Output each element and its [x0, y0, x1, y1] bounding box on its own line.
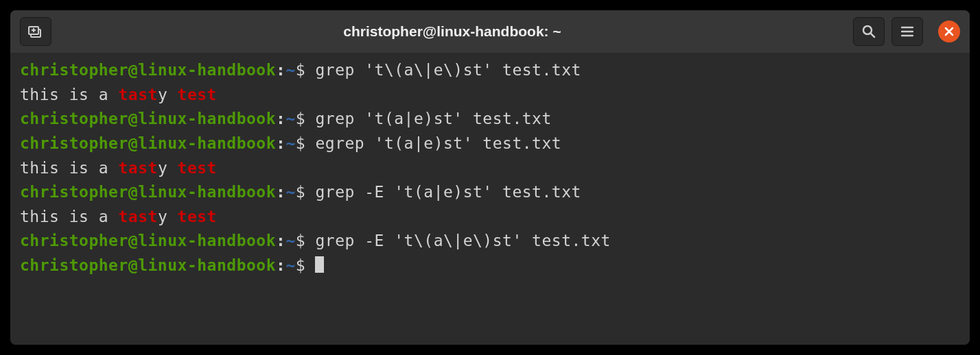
- command-text: grep 't\(a\|e\)st' test.txt: [315, 61, 581, 79]
- grep-match: test: [178, 208, 217, 225]
- prompt-line: christopher@linux-handbook:~$ grep -E 't…: [20, 180, 960, 205]
- path: ~: [285, 61, 295, 79]
- colon: :: [276, 183, 285, 201]
- new-tab-button[interactable]: [20, 17, 51, 46]
- grep-match: test: [178, 159, 217, 177]
- grep-match: tast: [118, 208, 157, 225]
- colon: :: [276, 61, 285, 79]
- dollar: $: [296, 110, 305, 127]
- output-prefix: this is a: [20, 208, 118, 225]
- command-text: grep -E 't(a|e)st' test.txt: [315, 183, 581, 201]
- output-line: this is a tasty test: [20, 205, 960, 230]
- path: ~: [285, 134, 295, 152]
- user-host: christopher@linux-handbook: [20, 232, 276, 249]
- grep-match: test: [178, 86, 217, 103]
- prompt-line: christopher@linux-handbook:~$ grep -E 't…: [20, 229, 960, 254]
- path: ~: [285, 183, 295, 201]
- path: ~: [285, 256, 295, 274]
- dollar: $: [296, 183, 305, 201]
- colon: :: [276, 232, 285, 249]
- command-text: grep -E 't\(a\|e\)st' test.txt: [315, 232, 610, 249]
- grep-match: tast: [118, 159, 157, 177]
- colon: :: [276, 256, 285, 274]
- titlebar: christopher@linux-handbook: ~: [10, 10, 970, 53]
- user-host: christopher@linux-handbook: [20, 183, 276, 201]
- window-title: christopher@linux-handbook: ~: [60, 23, 845, 40]
- dollar: $: [296, 232, 305, 249]
- terminal-window: christopher@linux-handbook: ~: [10, 10, 970, 345]
- user-host: christopher@linux-handbook: [20, 256, 276, 274]
- svg-line-5: [871, 34, 874, 37]
- prompt-line: christopher@linux-handbook:~$ egrep 't(a…: [20, 132, 960, 156]
- grep-match: tast: [118, 86, 157, 103]
- output-prefix: this is a: [20, 159, 118, 177]
- colon: :: [276, 134, 285, 152]
- user-host: christopher@linux-handbook: [20, 134, 276, 152]
- prompt-line: christopher@linux-handbook:~$: [20, 254, 960, 278]
- terminal-body[interactable]: christopher@linux-handbook:~$ grep 't\(a…: [10, 53, 970, 345]
- menu-button[interactable]: [891, 17, 923, 46]
- output-prefix: this is a: [20, 86, 118, 103]
- prompt-line: christopher@linux-handbook:~$ grep 't(a|…: [20, 107, 960, 132]
- search-button[interactable]: [853, 17, 885, 46]
- command: [305, 61, 315, 79]
- output-line: this is a tasty test: [20, 156, 960, 181]
- output-mid: y: [158, 159, 178, 177]
- toolbar-right: [853, 17, 960, 46]
- new-tab-icon: [28, 25, 43, 38]
- close-button[interactable]: [938, 21, 960, 42]
- command-text: grep 't(a|e)st' test.txt: [315, 110, 551, 127]
- hamburger-icon: [901, 26, 913, 37]
- colon: :: [276, 110, 285, 127]
- search-icon: [862, 25, 876, 38]
- cursor: [315, 256, 324, 273]
- dollar: $: [296, 61, 305, 79]
- output-line: this is a tasty test: [20, 83, 960, 108]
- path: ~: [285, 110, 295, 127]
- close-icon: [944, 27, 954, 36]
- dollar: $: [296, 256, 305, 274]
- prompt-line: christopher@linux-handbook:~$ grep 't\(a…: [20, 58, 960, 83]
- command-text: egrep 't(a|e)st' test.txt: [315, 134, 561, 152]
- user-host: christopher@linux-handbook: [20, 61, 276, 79]
- user-host: christopher@linux-handbook: [20, 110, 276, 127]
- output-mid: y: [158, 208, 178, 225]
- output-mid: y: [158, 86, 178, 103]
- dollar: $: [296, 134, 305, 152]
- path: ~: [285, 232, 295, 249]
